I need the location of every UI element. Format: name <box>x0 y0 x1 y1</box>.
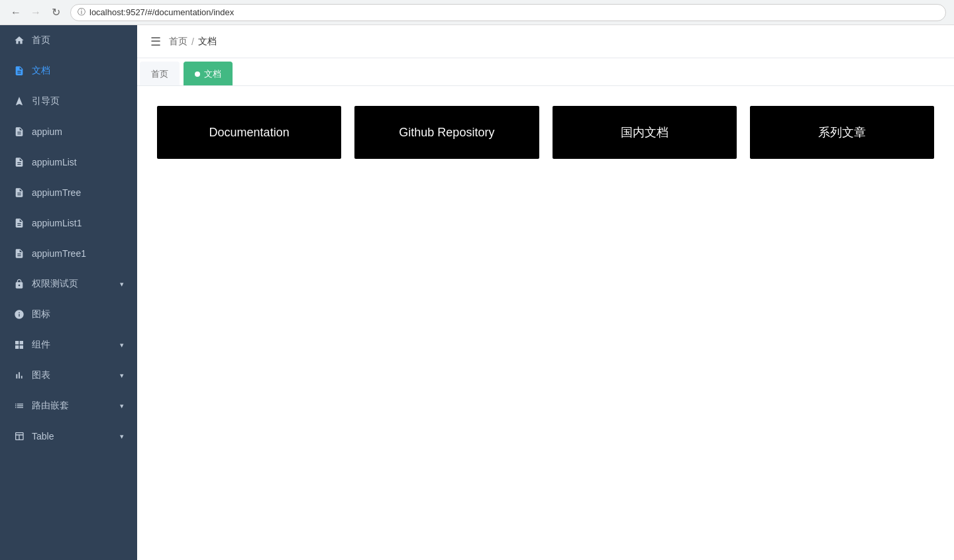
sidebar-item-appiumTree[interactable]: appiumTree <box>0 177 137 208</box>
chevron-down-icon: ▾ <box>120 432 124 441</box>
card-label: Github Repository <box>399 126 494 140</box>
sidebar-item-table[interactable]: Table▾ <box>0 421 137 451</box>
sidebar: 首页文档引导页appiumappiumListappiumTreeappiumL… <box>0 25 137 560</box>
document-icon <box>13 187 25 199</box>
sidebar-item-icons[interactable]: 图标 <box>0 299 137 330</box>
content-area: DocumentationGithub Repository国内文档系列文章 <box>137 86 954 560</box>
sidebar-item-label: 图表 <box>32 369 50 381</box>
card-series[interactable]: 系列文章 <box>750 106 934 159</box>
document-icon <box>13 248 25 259</box>
app-layout: 首页文档引导页appiumappiumListappiumTreeappiumL… <box>0 25 954 560</box>
card-documentation[interactable]: Documentation <box>157 106 341 159</box>
sidebar-item-router-nest[interactable]: 路由嵌套▾ <box>0 391 137 421</box>
tab-docs-tab[interactable]: 文档 <box>184 62 233 85</box>
breadcrumb: 首页 / 文档 <box>169 36 217 48</box>
card-label: Documentation <box>209 126 290 140</box>
sidebar-item-label: Table <box>32 431 54 442</box>
table-icon <box>13 430 25 442</box>
address-bar[interactable]: ⓘ localhost:9527/#/documentation/index <box>70 4 946 21</box>
sidebar-item-label: appiumList1 <box>32 218 82 228</box>
card-cn-docs[interactable]: 国内文档 <box>553 106 737 159</box>
menu-toggle-button[interactable]: ☰ <box>148 32 164 52</box>
tab-home-tab[interactable]: 首页 <box>140 62 180 85</box>
grid-icon <box>13 339 25 351</box>
sidebar-item-docs[interactable]: 文档 <box>0 56 137 86</box>
sidebar-item-label: appiumList <box>32 157 77 167</box>
card-label: 系列文章 <box>818 124 866 140</box>
sidebar-item-label: appiumTree <box>32 187 81 198</box>
header-bar: ☰ 首页 / 文档 <box>137 25 954 58</box>
tabs-bar: 首页文档 <box>137 58 954 86</box>
sidebar-item-charts[interactable]: 图表▾ <box>0 360 137 391</box>
reload-button[interactable]: ↻ <box>48 5 64 21</box>
sidebar-item-label: 引导页 <box>32 95 60 107</box>
sidebar-item-label: 组件 <box>32 339 50 351</box>
sidebar-item-appiumTree1[interactable]: appiumTree1 <box>0 238 137 269</box>
tab-label: 首页 <box>151 68 168 80</box>
sidebar-item-appium[interactable]: appium <box>0 117 137 147</box>
card-github[interactable]: Github Repository <box>354 106 539 159</box>
tab-dot <box>195 71 200 77</box>
list-icon <box>13 400 25 412</box>
sidebar-item-appiumList1[interactable]: appiumList1 <box>0 208 137 238</box>
url-text: localhost:9527/#/documentation/index <box>89 7 234 17</box>
sidebar-item-label: 首页 <box>32 34 50 46</box>
chevron-down-icon: ▾ <box>120 280 124 289</box>
breadcrumb-current: 文档 <box>198 36 217 48</box>
document-icon <box>13 217 25 229</box>
main-content: ☰ 首页 / 文档 首页文档 DocumentationGithub Repos… <box>137 25 954 560</box>
info-icon <box>13 308 25 320</box>
sidebar-item-label: appium <box>32 126 62 137</box>
sidebar-item-permission[interactable]: 权限测试页▾ <box>0 269 137 299</box>
browser-bar: ← → ↻ ⓘ localhost:9527/#/documentation/i… <box>0 0 954 25</box>
sidebar-item-components[interactable]: 组件▾ <box>0 330 137 360</box>
chevron-down-icon: ▾ <box>120 371 124 380</box>
document-icon <box>13 65 25 77</box>
forward-button[interactable]: → <box>28 5 44 21</box>
card-label: 国内文档 <box>621 124 668 140</box>
sidebar-item-label: 文档 <box>32 65 50 77</box>
breadcrumb-separator: / <box>191 36 194 47</box>
guide-icon <box>13 95 25 107</box>
sidebar-item-home[interactable]: 首页 <box>0 25 137 56</box>
home-icon <box>13 34 25 46</box>
sidebar-item-label: 路由嵌套 <box>32 400 69 412</box>
lock-icon: ⓘ <box>78 7 85 18</box>
lock-icon <box>13 278 25 290</box>
sidebar-item-label: 图标 <box>32 308 50 320</box>
chevron-down-icon: ▾ <box>120 341 124 350</box>
sidebar-item-appiumList[interactable]: appiumList <box>0 147 137 177</box>
sidebar-item-label: appiumTree1 <box>32 248 86 259</box>
sidebar-item-guide[interactable]: 引导页 <box>0 86 137 117</box>
tab-label: 文档 <box>204 68 221 80</box>
bar-chart-icon <box>13 369 25 381</box>
chevron-down-icon: ▾ <box>120 402 124 410</box>
breadcrumb-home[interactable]: 首页 <box>169 36 187 48</box>
back-button[interactable]: ← <box>8 5 24 21</box>
document-icon <box>13 126 25 138</box>
nav-buttons: ← → ↻ <box>8 5 64 21</box>
cards-grid: DocumentationGithub Repository国内文档系列文章 <box>157 106 934 159</box>
document-icon <box>13 156 25 168</box>
sidebar-item-label: 权限测试页 <box>32 278 78 290</box>
